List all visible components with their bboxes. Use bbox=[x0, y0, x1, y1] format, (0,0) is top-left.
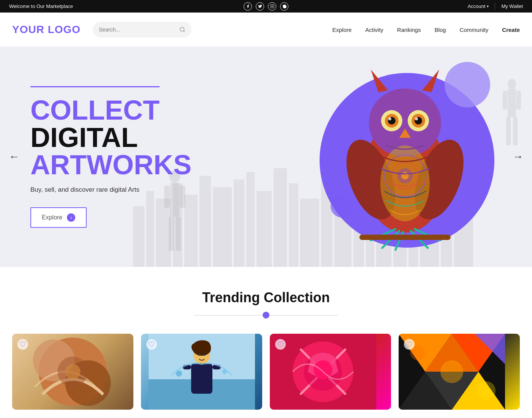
card-1-heart-button[interactable]: ♡ bbox=[17, 339, 28, 350]
account-menu[interactable]: Account ▾ bbox=[467, 3, 489, 9]
carousel-next-button[interactable]: → bbox=[508, 147, 527, 166]
trending-card-4: ♡ bbox=[399, 334, 520, 410]
owl-illustration bbox=[340, 62, 470, 252]
search-icon bbox=[179, 27, 185, 33]
hero-image-area bbox=[247, 47, 532, 267]
divider-line-left bbox=[194, 315, 263, 315]
svg-rect-11 bbox=[234, 180, 244, 267]
svg-point-53 bbox=[388, 117, 391, 120]
card-3-artwork bbox=[270, 334, 376, 410]
card-4-artwork bbox=[399, 334, 505, 410]
svg-point-79 bbox=[176, 371, 182, 377]
search-bar bbox=[93, 22, 192, 38]
card-4-heart-button[interactable]: ♡ bbox=[404, 339, 415, 350]
svg-rect-74 bbox=[191, 363, 212, 394]
hero-section: ← COLLECT DIGITAL ARTWORKS Buy, sell, an… bbox=[0, 47, 532, 267]
card-2-heart-button[interactable]: ♡ bbox=[146, 339, 157, 350]
nav-activity[interactable]: Activity bbox=[365, 27, 383, 33]
account-chevron-icon: ▾ bbox=[487, 4, 489, 8]
top-bar: Welcome to Our Marketplace Account ▾ My … bbox=[0, 0, 532, 13]
top-bar-right: Account ▾ My Wallet bbox=[467, 3, 523, 10]
trending-section: Trending Collection ♡ bbox=[0, 267, 532, 410]
nav-community[interactable]: Community bbox=[459, 27, 488, 33]
divider-line-right bbox=[269, 315, 338, 315]
hero-accent-line bbox=[30, 86, 160, 87]
trending-cards: ♡ bbox=[12, 334, 520, 410]
card-1-artwork bbox=[12, 334, 133, 410]
card-4-image bbox=[399, 334, 520, 410]
svg-rect-0 bbox=[270, 5, 274, 8]
svg-point-69 bbox=[65, 364, 81, 379]
top-bar-left: Welcome to Our Marketplace bbox=[9, 3, 73, 9]
social-icons bbox=[244, 2, 288, 11]
svg-point-77 bbox=[198, 353, 200, 356]
hero-content: COLLECT DIGITAL ARTWORKS Buy, sell, and … bbox=[0, 63, 213, 251]
nav-create[interactable]: Create bbox=[502, 27, 520, 33]
hero-explore-button[interactable]: Explore › bbox=[30, 207, 87, 228]
main-nav: Explore Activity Rankings Blog Community… bbox=[332, 27, 520, 33]
card-1-image bbox=[12, 334, 133, 410]
svg-point-49 bbox=[401, 172, 409, 180]
header: YOUR LOGO Explore Activity Rankings Blog… bbox=[0, 13, 532, 47]
instagram-icon[interactable] bbox=[268, 2, 276, 11]
trending-card-3: ♡ bbox=[270, 334, 391, 410]
hero-title-collect: COLLECT bbox=[30, 96, 182, 124]
skype-icon[interactable] bbox=[280, 2, 288, 11]
hero-subtitle: Buy, sell, and discover rare digital Art… bbox=[30, 186, 182, 194]
svg-marker-42 bbox=[422, 69, 439, 92]
nav-explore[interactable]: Explore bbox=[332, 27, 352, 33]
explore-arrow-icon: › bbox=[67, 213, 75, 222]
carousel-prev-button[interactable]: ← bbox=[5, 147, 24, 166]
svg-point-78 bbox=[203, 353, 206, 356]
svg-point-92 bbox=[440, 360, 463, 383]
card-2-image bbox=[141, 334, 262, 410]
facebook-icon[interactable] bbox=[244, 2, 252, 11]
logo[interactable]: YOUR LOGO bbox=[12, 24, 81, 36]
trending-divider bbox=[12, 312, 520, 319]
card-3-image bbox=[270, 334, 391, 410]
svg-point-94 bbox=[477, 381, 496, 400]
svg-line-3 bbox=[184, 31, 185, 32]
svg-point-2 bbox=[180, 27, 184, 32]
trending-card-2: ♡ bbox=[141, 334, 262, 410]
nav-blog[interactable]: Blog bbox=[434, 27, 446, 33]
svg-rect-10 bbox=[213, 187, 232, 267]
top-bar-divider bbox=[495, 3, 495, 10]
trending-card-1: ♡ bbox=[12, 334, 133, 410]
wallet-link[interactable]: My Wallet bbox=[501, 3, 523, 9]
hero-title-digital: DIGITAL bbox=[30, 124, 182, 151]
svg-rect-64 bbox=[359, 235, 451, 240]
hero-title-artworks: ARTWORKS bbox=[30, 151, 182, 178]
svg-point-57 bbox=[415, 117, 418, 120]
search-input[interactable] bbox=[99, 27, 176, 33]
welcome-text: Welcome to Our Marketplace bbox=[9, 3, 73, 9]
divider-dot bbox=[263, 312, 269, 319]
nav-rankings[interactable]: Rankings bbox=[397, 27, 421, 33]
card-3-heart-button[interactable]: ♡ bbox=[275, 339, 286, 350]
svg-marker-41 bbox=[371, 69, 388, 92]
twitter-icon[interactable] bbox=[256, 2, 264, 11]
svg-point-80 bbox=[222, 369, 227, 374]
card-2-artwork bbox=[149, 334, 255, 410]
trending-title: Trending Collection bbox=[12, 290, 520, 306]
